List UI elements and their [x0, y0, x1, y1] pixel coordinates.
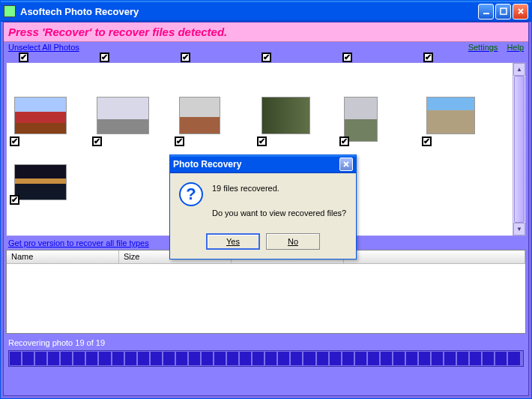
photo-thumbnail[interactable]: ✔ [14, 164, 74, 200]
dialog-title: Photo Recovery [173, 159, 339, 170]
instruction-text: Press 'Recover' to recover files detecte… [8, 26, 227, 38]
photo-checkbox[interactable]: ✔ [10, 195, 19, 205]
no-button[interactable]: No [266, 233, 320, 250]
photo-checkbox[interactable]: ✔ [339, 136, 349, 146]
file-table: Name Size Extension [6, 250, 526, 334]
scroll-down-icon[interactable]: ▼ [513, 223, 525, 236]
photo-thumbnail[interactable]: ✔ [179, 97, 239, 142]
photo-image [179, 97, 220, 134]
vertical-scrollbar[interactable]: ▲ ▼ [513, 63, 525, 236]
svg-rect-1 [501, 8, 507, 14]
question-icon: ? [179, 182, 203, 206]
app-icon [4, 5, 16, 17]
help-link[interactable]: Help [507, 43, 524, 52]
status-text: Recovering photo 19 of 19 [4, 334, 528, 349]
photo-thumbnail[interactable]: ✔ [97, 97, 157, 142]
photo-checkbox[interactable]: ✔ [257, 136, 267, 146]
main-window: Asoftech Photo Recovery Press 'Recover' … [0, 0, 532, 399]
settings-link[interactable]: Settings [468, 43, 498, 52]
checkbox[interactable]: ✔ [19, 52, 28, 62]
scroll-thumb[interactable] [514, 76, 525, 223]
dialog-line1: 19 files recovered. [212, 182, 346, 195]
svg-rect-0 [483, 13, 489, 14]
dialog-message: 19 files recovered. Do you want to view … [212, 182, 346, 220]
photo-checkbox[interactable]: ✔ [10, 136, 19, 146]
col-name[interactable]: Name [7, 250, 119, 263]
photo-thumbnail[interactable]: ✔ [262, 97, 321, 142]
unselect-all-link[interactable]: Unselect All Photos [8, 43, 79, 52]
maximize-button[interactable] [495, 4, 511, 20]
close-button[interactable] [513, 4, 528, 20]
photo-image [14, 164, 67, 200]
dialog-close-button[interactable] [339, 158, 353, 171]
link-bar: Unselect All Photos Settings Help [4, 42, 528, 52]
checkbox[interactable]: ✔ [181, 52, 190, 62]
photo-image [97, 97, 149, 134]
instruction-bar: Press 'Recover' to recover files detecte… [4, 22, 528, 42]
photo-checkbox[interactable]: ✔ [175, 136, 184, 146]
photo-image [262, 97, 310, 134]
photo-checkbox[interactable]: ✔ [92, 136, 102, 146]
col-empty [344, 250, 525, 263]
titlebar: Asoftech Photo Recovery [1, 1, 531, 22]
scroll-up-icon[interactable]: ▲ [513, 63, 525, 76]
recovery-dialog: Photo Recovery ? 19 files recovered. Do … [169, 154, 357, 260]
photo-thumbnail[interactable]: ✔ [14, 97, 74, 142]
checkbox[interactable]: ✔ [100, 52, 109, 62]
photo-image [426, 97, 475, 134]
top-check-row: ✔ ✔ ✔ ✔ ✔ ✔ [4, 52, 528, 62]
photo-image [344, 97, 378, 142]
dialog-titlebar: Photo Recovery [170, 155, 356, 173]
checkbox[interactable]: ✔ [423, 52, 433, 62]
yes-button[interactable]: Yes [206, 233, 260, 250]
photo-thumbnail[interactable]: ✔ [426, 97, 486, 142]
photo-image [14, 97, 67, 134]
photo-checkbox[interactable]: ✔ [422, 136, 432, 146]
dialog-line2: Do you want to view recovered files? [212, 207, 346, 220]
photo-thumbnail[interactable]: ✔ [344, 97, 404, 142]
checkbox[interactable]: ✔ [342, 52, 352, 62]
progress-bar [8, 350, 524, 367]
checkbox[interactable]: ✔ [262, 52, 271, 62]
minimize-button[interactable] [478, 4, 494, 20]
window-title: Asoftech Photo Recovery [20, 6, 478, 17]
